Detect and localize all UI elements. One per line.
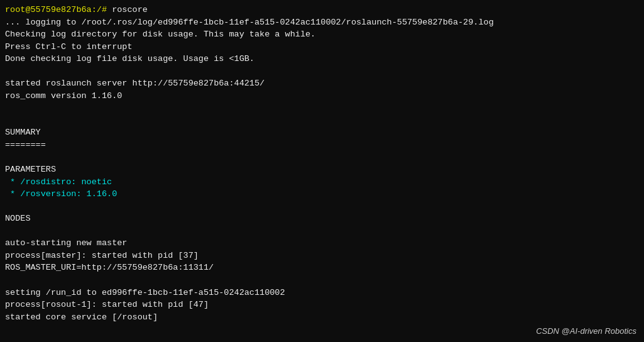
terminal-line [5, 114, 639, 127]
terminal-line: PARAMETERS [5, 163, 639, 176]
terminal-line: process[rosout-1]: started with pid [47] [5, 299, 639, 311]
terminal-line: Press Ctrl-C to interrupt [5, 41, 639, 53]
terminal-line: started core service [/rosout] [5, 311, 639, 324]
terminal-line: ... logging to /root/.ros/log/ed996ffe-1… [5, 16, 639, 29]
terminal-line [5, 152, 639, 164]
terminal-line: SUMMARY [5, 126, 639, 139]
terminal-line: started roslaunch server http://55759e82… [5, 77, 639, 90]
terminal-window: root@55759e827b6a:/# roscore... logging … [0, 0, 644, 342]
terminal-line: Checking log directory for disk usage. T… [5, 28, 639, 41]
terminal-line: ros_comm version 1.16.0 [5, 90, 639, 102]
terminal-line: setting /run_id to ed996ffe-1bcb-11ef-a5… [5, 287, 639, 299]
terminal-line: * /rosdistro: noetic [5, 176, 639, 189]
terminal-line: auto-starting new master [5, 237, 639, 250]
terminal-line [5, 201, 639, 213]
watermark: CSDN @AI-driven Robotics [536, 326, 636, 336]
terminal-line [5, 225, 639, 238]
terminal-line [5, 274, 639, 287]
terminal-line: root@55759e827b6a:/# roscore [5, 4, 639, 16]
terminal-line: ROS_MASTER_URI=http://55759e827b6a:11311… [5, 262, 639, 274]
terminal-line [5, 102, 639, 114]
terminal-line: * /rosversion: 1.16.0 [5, 188, 639, 201]
terminal-line: process[master]: started with pid [37] [5, 250, 639, 262]
terminal-line: ======== [5, 139, 639, 152]
terminal-line: Done checking log file disk usage. Usage… [5, 53, 639, 65]
terminal-line: NODES [5, 212, 639, 225]
terminal-output: root@55759e827b6a:/# roscore... logging … [5, 4, 639, 323]
terminal-line [5, 65, 639, 78]
